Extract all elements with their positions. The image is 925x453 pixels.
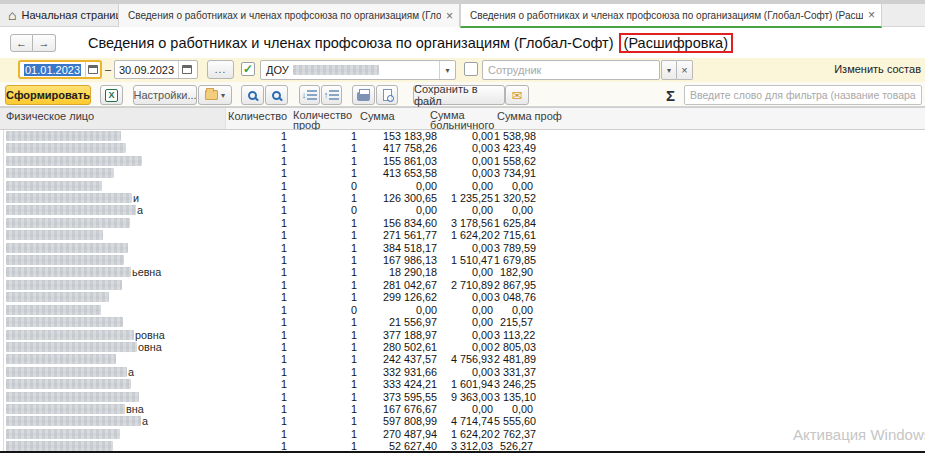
- table-row[interactable]: 11242 437,574 756,932 481,89: [0, 353, 925, 365]
- date-from-value[interactable]: 01.01.2023: [24, 64, 81, 76]
- close-icon[interactable]: ×: [446, 10, 453, 22]
- table-row[interactable]: 11270 487,941 624,202 762,37: [0, 428, 925, 440]
- person-name-redacted: [6, 143, 126, 153]
- cell-sum-prof: 3 048,76: [494, 291, 533, 303]
- cell-sum: 332 931,66: [359, 366, 437, 378]
- employee-clear-button[interactable]: ×: [677, 60, 693, 80]
- person-name-redacted: [6, 429, 120, 439]
- print-button[interactable]: [352, 85, 375, 105]
- cell-sum: 373 595,55: [359, 391, 437, 403]
- cell-qty: 1: [225, 378, 287, 390]
- settings-button[interactable]: Настройки...: [133, 85, 197, 105]
- table-row[interactable]: 11281 042,672 710,892 867,95: [0, 279, 925, 291]
- organization-combo[interactable]: ДОУ ▾: [260, 60, 456, 80]
- name-suffix: ьевна: [132, 267, 161, 277]
- table-row[interactable]: 11271 561,771 624,202 715,61: [0, 229, 925, 241]
- table-row[interactable]: 11153 183,980,001 538,98: [0, 130, 925, 142]
- cell-sum-prof: 2 867,95: [494, 279, 533, 291]
- chevron-down-icon[interactable]: ▾: [439, 61, 455, 79]
- table-row[interactable]: 11413 653,580,003 734,91: [0, 167, 925, 179]
- save-to-file-button[interactable]: Сохранить в файл: [413, 85, 505, 105]
- table-row[interactable]: а11332 931,660,003 331,37: [0, 366, 925, 378]
- report-variants-button[interactable]: ▾: [198, 85, 232, 105]
- cell-sum: 0,00: [359, 180, 437, 192]
- close-icon[interactable]: ×: [868, 9, 875, 21]
- cell-sum-sick: 1 601,94: [439, 378, 493, 390]
- table-row[interactable]: ровна11377 188,970,003 113,22: [0, 329, 925, 341]
- tab-home-label: Начальная страница: [21, 9, 127, 21]
- table-row[interactable]: и11126 300,651 235,251 320,52: [0, 192, 925, 204]
- cell-qty: 1: [225, 142, 287, 154]
- cell-qty: 1: [225, 329, 287, 341]
- employee-checkbox[interactable]: [464, 62, 478, 76]
- cell-sum: 153 183,98: [359, 130, 437, 142]
- calendar-button[interactable]: [85, 62, 100, 77]
- redacted-name-block: [6, 193, 132, 203]
- table-row[interactable]: вна11167 676,670,000,00: [0, 403, 925, 415]
- person-name-redacted: [6, 218, 130, 228]
- name-suffix: ровна: [135, 330, 165, 340]
- redacted-name-block: [6, 143, 126, 153]
- redacted-name-block: [6, 367, 127, 377]
- collapse-groups-button[interactable]: ↓: [299, 85, 320, 105]
- date-from-field[interactable]: 01.01.2023: [18, 60, 102, 79]
- group-lines-icon: [329, 90, 339, 100]
- table-row[interactable]: 11167 986,131 510,471 679,85: [0, 254, 925, 266]
- person-name-redacted: [6, 379, 131, 389]
- table-row[interactable]: 11156 834,603 178,561 625,84: [0, 217, 925, 229]
- redacted-name-block: [6, 267, 131, 277]
- quick-filter-input[interactable]: [684, 85, 922, 105]
- cell-qty: 1: [225, 279, 287, 291]
- back-button[interactable]: ←: [10, 34, 33, 52]
- cell-sum: 270 487,94: [359, 428, 437, 440]
- redacted-name-block: [6, 342, 137, 352]
- edit-composition-link[interactable]: Изменить состав: [834, 63, 921, 75]
- generate-button[interactable]: Сформировать: [5, 85, 91, 105]
- date-to-field[interactable]: 30.09.2023: [114, 60, 198, 79]
- send-email-button[interactable]: ✉: [505, 85, 529, 105]
- table-row[interactable]: 11299 126,620,003 048,76: [0, 291, 925, 303]
- period-more-button[interactable]: ...: [207, 60, 234, 79]
- table-row[interactable]: 100,000,000,00: [0, 304, 925, 316]
- sum-sigma-button[interactable]: Σ: [666, 87, 675, 104]
- person-name-redacted: а: [6, 367, 134, 377]
- table-row[interactable]: овна11280 502,610,002 805,03: [0, 341, 925, 353]
- cell-qty: 1: [225, 316, 287, 328]
- tab-detail-active[interactable]: Сведения о работниках и членах профсоюза…: [460, 4, 882, 28]
- expand-groups-button[interactable]: ↑: [321, 85, 342, 105]
- calendar-button[interactable]: [178, 61, 195, 78]
- table-row[interactable]: а100,000,000,00: [0, 204, 925, 216]
- table-row[interactable]: 11373 595,559 363,003 135,10: [0, 391, 925, 403]
- search-button[interactable]: [241, 85, 264, 105]
- organization-checkbox[interactable]: ✓: [241, 62, 255, 76]
- person-name-redacted: а: [6, 416, 148, 426]
- table-row[interactable]: 1121 556,970,00215,57: [0, 316, 925, 328]
- table-row[interactable]: 11417 758,260,003 423,49: [0, 142, 925, 154]
- employee-dropdown-button[interactable]: ▾: [661, 60, 677, 80]
- table-row[interactable]: а11597 808,994 714,745 555,60: [0, 415, 925, 427]
- employee-combo[interactable]: Сотрудник: [482, 60, 660, 80]
- table-row[interactable]: 11333 424,211 601,943 246,25: [0, 378, 925, 390]
- date-to-value[interactable]: 30.09.2023: [115, 64, 178, 76]
- person-name-redacted: [6, 441, 113, 451]
- person-name-redacted: [6, 181, 102, 191]
- excel-export-button[interactable]: X: [100, 85, 123, 105]
- table-row[interactable]: ьевна1118 290,180,00182,90: [0, 266, 925, 278]
- tab-report[interactable]: Сведения о работниках и членах профсоюза…: [118, 4, 460, 27]
- table-body: 11153 183,980,001 538,9811417 758,260,00…: [0, 130, 925, 453]
- table-row[interactable]: 100,000,000,00: [0, 180, 925, 192]
- cell-sum-prof: 2 762,37: [494, 428, 533, 440]
- check-icon: ✓: [243, 63, 253, 75]
- person-name-redacted: [6, 392, 139, 402]
- table-row[interactable]: 11384 518,170,003 789,59: [0, 242, 925, 254]
- tab-home[interactable]: ⌂ Начальная страница: [8, 4, 128, 26]
- print-preview-button[interactable]: [376, 85, 398, 105]
- redacted-name-block: [6, 168, 114, 178]
- date-range-separator: –: [105, 63, 111, 75]
- table-row[interactable]: 11155 861,030,001 558,62: [0, 155, 925, 167]
- redacted-name-block: [6, 131, 121, 141]
- tab-detail-label: Сведения о работниках и членах профсоюза…: [470, 10, 863, 21]
- forward-button[interactable]: →: [33, 34, 56, 52]
- search-next-button[interactable]: [265, 85, 288, 105]
- column-header-sum-sick: Сумма больничного: [430, 110, 494, 130]
